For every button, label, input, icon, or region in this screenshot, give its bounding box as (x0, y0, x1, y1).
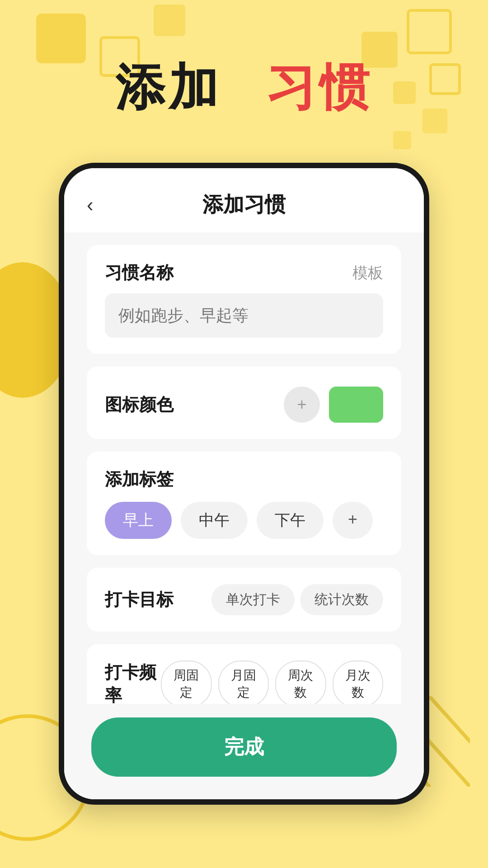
complete-button[interactable]: 完成 (91, 717, 397, 777)
frequency-header: 打卡频率 周固定 月固定 周次数 月次数 (105, 660, 383, 704)
title-part2: 习惯 (266, 59, 373, 115)
icon-color-options: + (284, 387, 383, 423)
tags-label: 添加标签 (105, 468, 383, 491)
phone-bottom: 完成 (64, 704, 424, 799)
tags-section: 添加标签 早上 中午 下午 + (87, 452, 401, 555)
phone-mockup: ‹ 添加习惯 习惯名称 模板 图标颜色 + (59, 163, 429, 805)
phone-header: ‹ 添加习惯 (64, 168, 424, 232)
header-title: 添加习惯 (202, 191, 286, 219)
freq-month-count[interactable]: 月次数 (333, 660, 383, 704)
tag-noon[interactable]: 中午 (181, 502, 248, 539)
icon-color-section: 图标颜色 + (87, 367, 401, 439)
plus-icon: + (297, 395, 306, 414)
habit-name-label: 习惯名称 (105, 261, 174, 284)
tag-afternoon[interactable]: 下午 (257, 502, 324, 539)
checkin-goal-row: 打卡目标 单次打卡 统计次数 (105, 584, 383, 615)
tags-row: 早上 中午 下午 + (105, 502, 383, 539)
checkin-goal-label: 打卡目标 (105, 588, 174, 611)
back-button[interactable]: ‹ (87, 193, 94, 216)
frequency-options: 周固定 月固定 周次数 月次数 (161, 660, 383, 704)
tag-morning[interactable]: 早上 (105, 502, 172, 539)
frequency-label: 打卡频率 (105, 661, 161, 704)
habit-name-section: 习惯名称 模板 (87, 245, 401, 354)
frequency-section: 打卡频率 周固定 月固定 周次数 月次数 周一 周二 周三 周四 周五 周六 周 (87, 644, 401, 704)
icon-color-row: 图标颜色 + (105, 387, 383, 423)
title-part1: 添加 (115, 59, 222, 115)
habit-name-row: 习惯名称 模板 (105, 261, 383, 284)
freq-month-fixed[interactable]: 月固定 (218, 660, 269, 704)
template-button[interactable]: 模板 (352, 263, 383, 283)
page-hero-title: 添加 习惯 (0, 54, 488, 122)
svg-line-1 (429, 696, 470, 741)
freq-week-count[interactable]: 周次数 (275, 660, 326, 704)
habit-name-input[interactable] (105, 293, 383, 338)
icon-color-label: 图标颜色 (105, 393, 174, 416)
count-checkin-button[interactable]: 统计次数 (300, 584, 383, 615)
icon-add-button[interactable]: + (284, 387, 320, 423)
tag-add-button[interactable]: + (333, 502, 373, 539)
phone-inner: ‹ 添加习惯 习惯名称 模板 图标颜色 + (64, 168, 424, 799)
checkin-goal-section: 打卡目标 单次打卡 统计次数 (87, 568, 401, 632)
phone-content[interactable]: 习惯名称 模板 图标颜色 + 添加 (64, 232, 424, 704)
color-swatch-green[interactable] (329, 387, 383, 423)
freq-week-fixed[interactable]: 周固定 (161, 660, 211, 704)
checkin-goal-toggle: 单次打卡 统计次数 (211, 584, 383, 615)
single-checkin-button[interactable]: 单次打卡 (211, 584, 295, 615)
